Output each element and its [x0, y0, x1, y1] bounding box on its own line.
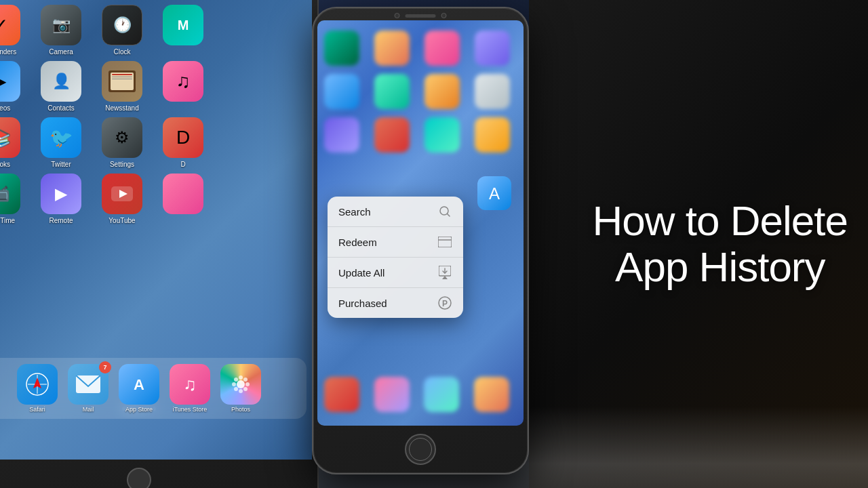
- dock-safari[interactable]: Safari: [17, 364, 58, 413]
- extra1-icon: ♫: [163, 61, 203, 102]
- dock-photos[interactable]: Photos: [220, 364, 261, 413]
- ipad-row-2: ▶ Videos 👤 Contacts: [0, 61, 305, 112]
- extra2-icon: [163, 174, 203, 214]
- dropdown-menu: Search Redeem Update All: [328, 197, 463, 318]
- app-camera[interactable]: 📷 Camera: [34, 5, 88, 56]
- app-twitter[interactable]: 🐦 Twitter: [34, 117, 88, 168]
- facetime-icon: 📹: [0, 174, 20, 214]
- svg-point-16: [234, 387, 238, 391]
- bottom-blur-1: [324, 377, 359, 412]
- app-d[interactable]: D D: [156, 117, 210, 168]
- redeem-label: Redeem: [338, 237, 377, 248]
- app-d-label: D: [180, 161, 185, 168]
- svg-point-17: [243, 378, 248, 382]
- videos-label: Videos: [0, 104, 10, 112]
- ipad-row-4: 📹 FaceTime ▶ Remote YouTube: [0, 174, 305, 224]
- safari-dock-icon: [17, 364, 58, 405]
- dropdown-search[interactable]: Search: [328, 197, 463, 227]
- app-facetime[interactable]: 📹 FaceTime: [0, 174, 27, 224]
- iphone-screen: A Search Redeem: [317, 20, 524, 426]
- bottom-blur-3: [424, 377, 459, 412]
- ibooks-icon: 📚: [0, 117, 20, 158]
- dropdown-redeem[interactable]: Redeem: [328, 227, 463, 258]
- phone-blur-10: [374, 117, 410, 152]
- iphone-top-bar: [395, 13, 447, 18]
- phone-app-grid: [317, 20, 524, 163]
- app-maps[interactable]: M: [156, 5, 210, 56]
- phone-blur-5: [324, 74, 359, 109]
- appstore-dock-icon: A: [119, 364, 159, 405]
- title-text: How to Delete App History: [593, 198, 848, 290]
- search-label: Search: [338, 206, 371, 218]
- dropdown-update-all[interactable]: Update All: [328, 258, 463, 288]
- settings-label: Settings: [110, 161, 134, 168]
- clock-icon: 🕐: [102, 5, 142, 45]
- mail-dock-label: Mail: [83, 406, 94, 413]
- app-reminders[interactable]: ✓ Reminders: [0, 5, 27, 56]
- safari-dock-label: Safari: [29, 406, 45, 413]
- contacts-icon: 👤: [41, 61, 81, 102]
- phone-blur-9: [324, 117, 359, 152]
- svg-line-21: [448, 214, 450, 217]
- iphone-speaker: [406, 14, 436, 18]
- app-newsstand[interactable]: Newsstand: [95, 61, 149, 112]
- youtube-icon: [102, 174, 142, 214]
- svg-point-11: [239, 389, 243, 393]
- phone-blur-4: [475, 30, 510, 66]
- phone-blur-7: [425, 74, 460, 109]
- svg-text:A: A: [489, 184, 500, 203]
- svg-point-10: [239, 375, 243, 380]
- iphone-device: A Search Redeem: [312, 7, 529, 474]
- phone-blur-1: [324, 30, 359, 66]
- title-line1: How to Delete: [593, 197, 848, 244]
- search-icon: [437, 204, 452, 219]
- maps-icon: M: [163, 5, 203, 45]
- ipad-screen: ✓ Reminders 📷 Camera 🕐 Clock M: [0, 0, 312, 460]
- app-extra2[interactable]: [156, 174, 210, 224]
- app-d-icon: D: [163, 117, 203, 158]
- svg-rect-22: [438, 237, 452, 247]
- svg-point-15: [243, 387, 248, 391]
- app-extra1[interactable]: ♫: [156, 61, 210, 112]
- facetime-label: FaceTime: [0, 217, 15, 224]
- svg-point-12: [232, 382, 236, 386]
- phone-blur-3: [425, 30, 460, 66]
- dropdown-purchased[interactable]: Purchased P: [328, 288, 463, 318]
- ipad-row-1: ✓ Reminders 📷 Camera 🕐 Clock M: [0, 5, 305, 56]
- ipad-dock: Safari 7 Mail A: [0, 358, 307, 419]
- svg-text:A: A: [134, 376, 144, 393]
- ipad-app-grid: ✓ Reminders 📷 Camera 🕐 Clock M: [0, 0, 312, 231]
- camera-icon: 📷: [41, 5, 81, 45]
- app-clock[interactable]: 🕐 Clock: [95, 5, 149, 56]
- mail-dock-icon: 7: [68, 364, 108, 405]
- dock-appstore[interactable]: A App Store: [119, 364, 159, 413]
- ipad-row-3: 📚 iBooks 🐦 Twitter ⚙ Settings D D: [0, 117, 305, 168]
- app-contacts[interactable]: 👤 Contacts: [34, 61, 88, 112]
- app-youtube[interactable]: YouTube: [95, 174, 149, 224]
- ipad-device: ✓ Reminders 📷 Camera 🕐 Clock M: [0, 0, 319, 488]
- twitter-icon: 🐦: [41, 117, 81, 158]
- bottom-blur-4: [474, 377, 509, 412]
- itunes-dock-icon: ♫: [170, 364, 210, 405]
- app-ibooks[interactable]: 📚 iBooks: [0, 117, 27, 168]
- update-all-icon: [437, 265, 452, 280]
- app-videos[interactable]: ▶ Videos: [0, 61, 27, 112]
- phone-appstore-icon: A: [477, 176, 511, 210]
- update-all-label: Update All: [338, 267, 384, 279]
- dock-itunes[interactable]: ♫ iTunes Store: [170, 364, 210, 413]
- ipad-home-button[interactable]: [127, 468, 151, 488]
- photos-dock-label: Photos: [231, 406, 250, 413]
- twitter-label: Twitter: [51, 161, 71, 168]
- settings-icon: ⚙: [102, 117, 142, 158]
- remote-label: Remote: [49, 217, 73, 224]
- iphone-camera: [395, 13, 400, 18]
- purchased-icon: P: [437, 296, 452, 310]
- mail-badge: 7: [99, 361, 111, 373]
- iphone-home-button[interactable]: [405, 434, 436, 465]
- dock-mail[interactable]: 7 Mail: [68, 364, 108, 413]
- svg-point-14: [234, 378, 238, 382]
- redeem-icon: [437, 235, 452, 249]
- phone-blur-11: [425, 117, 460, 152]
- app-remote[interactable]: ▶ Remote: [34, 174, 88, 224]
- app-settings[interactable]: ⚙ Settings: [95, 117, 149, 168]
